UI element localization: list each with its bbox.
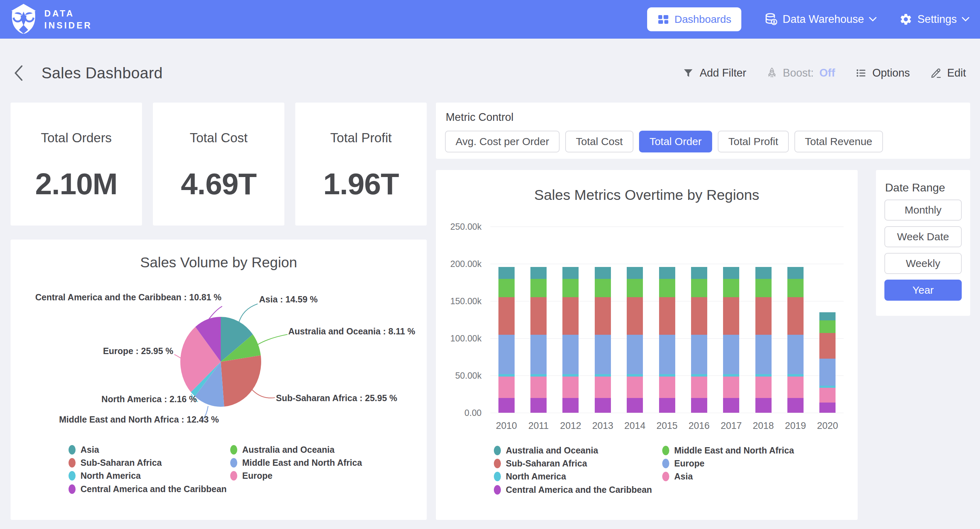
legend-label: Middle East and North Africa	[242, 458, 362, 468]
bar-segment	[627, 297, 643, 335]
kpi-card-total-cost: Total Cost 4.69T	[153, 103, 284, 226]
legend-item-sub-saharan-africa[interactable]: Sub-Saharan Africa	[494, 458, 587, 469]
x-axis-tick: 2018	[747, 421, 780, 431]
y-axis-tick: 250.00k	[442, 222, 482, 232]
bar-segment	[562, 374, 579, 376]
date-range-button-year[interactable]: Year	[885, 280, 962, 301]
date-range-button-week-date[interactable]: Week Date	[885, 226, 962, 247]
bar-segment	[498, 374, 515, 376]
bar-2018	[756, 227, 772, 413]
bar-segment	[530, 376, 547, 398]
bar-segment	[788, 335, 803, 374]
options-button[interactable]: Options	[856, 67, 910, 79]
bar-segment	[819, 320, 835, 333]
legend-label: Asia	[81, 445, 99, 455]
bar-segment	[788, 279, 803, 297]
database-icon	[764, 12, 778, 26]
x-axis-tick: 2013	[587, 421, 619, 431]
pie-label-asia: Asia : 14.59 %	[259, 294, 318, 305]
bar-segment	[723, 374, 739, 376]
edit-button[interactable]: Edit	[931, 67, 966, 79]
legend-item-asia[interactable]: Asia	[662, 471, 693, 481]
kpi-value: 2.10M	[11, 167, 142, 201]
dashboards-grid-icon	[657, 13, 670, 25]
legend-item-middle-east-and-north-africa[interactable]: Middle East and North Africa	[230, 458, 362, 468]
y-axis-tick: 0.00	[442, 408, 482, 418]
legend-item-north-america[interactable]: North America	[68, 470, 141, 481]
gear-icon	[899, 13, 913, 26]
pencil-icon	[931, 67, 942, 79]
bar-segment	[788, 376, 803, 398]
bar-segment	[530, 374, 547, 376]
metric-button-total-cost[interactable]: Total Cost	[565, 131, 633, 153]
legend-item-sub-saharan-africa[interactable]: Sub-Saharan Africa	[68, 458, 162, 468]
pie-label-middle-east-and-north-africa: Middle East and North Africa : 12.43 %	[59, 415, 219, 425]
legend-swatch	[230, 471, 237, 481]
back-button[interactable]	[13, 63, 26, 83]
x-axis-tick: 2017	[715, 421, 747, 431]
owl-logo-icon	[9, 3, 38, 35]
bar-segment	[595, 279, 611, 297]
bar-2012	[562, 227, 579, 413]
nav-dashboards-button[interactable]: Dashboards	[647, 7, 741, 31]
legend-swatch	[662, 459, 669, 468]
boost-toggle[interactable]: Boost: Off	[767, 67, 835, 79]
legend-item-europe[interactable]: Europe	[230, 470, 272, 481]
legend-item-australia-and-oceania[interactable]: Australia and Oceania	[230, 444, 335, 455]
brand-logo[interactable]: DATA INSIDER	[9, 3, 92, 35]
legend-swatch	[230, 458, 237, 467]
legend-swatch	[68, 458, 76, 467]
bar-segment	[691, 297, 707, 335]
kpi-label: Total Profit	[295, 131, 427, 145]
bar-segment	[819, 386, 835, 388]
bar-segment	[756, 267, 772, 279]
brand-name: DATA INSIDER	[44, 7, 92, 31]
dashboards-label: Dashboards	[675, 13, 732, 25]
bar-chart-card: Sales Metrics Overtime by Regions 250.00…	[436, 170, 858, 520]
legend-swatch	[662, 472, 669, 481]
legend-label: Middle East and North Africa	[674, 445, 794, 456]
bar-segment	[788, 398, 803, 413]
legend-item-asia[interactable]: Asia	[68, 444, 99, 455]
bar-segment	[498, 335, 515, 374]
metric-button-total-revenue[interactable]: Total Revenue	[794, 131, 883, 153]
page-header: Sales Dashboard Add Filter Boost: Off	[0, 39, 980, 103]
kpi-card-total-profit: Total Profit 1.96T	[295, 103, 427, 226]
metric-button-total-order[interactable]: Total Order	[639, 131, 712, 153]
options-list-icon	[856, 67, 867, 79]
legend-item-middle-east-and-north-africa[interactable]: Middle East and North Africa	[662, 445, 794, 456]
bar-segment	[788, 267, 803, 279]
legend-label: Australia and Oceania	[506, 445, 598, 456]
bar-segment	[756, 398, 772, 413]
date-range-button-weekly[interactable]: Weekly	[885, 253, 962, 274]
legend-item-australia-and-oceania[interactable]: Australia and Oceania	[494, 445, 598, 456]
legend-item-europe[interactable]: Europe	[662, 458, 705, 469]
chevron-down-icon	[962, 17, 969, 22]
bar-segment	[627, 374, 643, 376]
legend-label: Central America and the Caribbean	[506, 485, 652, 495]
metric-button-avg-cost-per-order[interactable]: Avg. Cost per Order	[445, 131, 560, 153]
pie-slice-sub-saharan-africa[interactable]	[221, 356, 261, 407]
nav-data-warehouse[interactable]: Data Warehouse	[764, 12, 877, 26]
nav-settings[interactable]: Settings	[899, 13, 969, 26]
pie-label-north-america: North America : 2.16 %	[94, 394, 197, 404]
legend-item-north-america[interactable]: North America	[494, 471, 566, 481]
metric-button-total-profit[interactable]: Total Profit	[718, 131, 789, 153]
legend-swatch	[68, 445, 76, 454]
bar-segment	[562, 398, 579, 413]
legend-item-central-america-and-the-caribbean[interactable]: Central America and the Caribbean	[494, 485, 652, 495]
date-range-card: Date Range MonthlyWeek DateWeeklyYear	[876, 170, 970, 316]
add-filter-button[interactable]: Add Filter	[682, 67, 746, 79]
bar-2016	[691, 227, 707, 413]
date-range-button-monthly[interactable]: Monthly	[885, 200, 962, 221]
gridline	[490, 413, 844, 413]
bar-segment	[595, 335, 611, 374]
bar-segment	[723, 297, 739, 335]
legend-swatch	[68, 471, 76, 481]
bar-segment	[498, 376, 515, 398]
legend-item-central-america-and-the-caribbean[interactable]: Central America and the Caribbean	[68, 484, 227, 494]
x-axis-tick: 2019	[779, 421, 811, 431]
legend-label: Asia	[674, 472, 693, 481]
bar-chart-title: Sales Metrics Overtime by Regions	[436, 187, 858, 203]
bar-2019	[788, 227, 803, 413]
